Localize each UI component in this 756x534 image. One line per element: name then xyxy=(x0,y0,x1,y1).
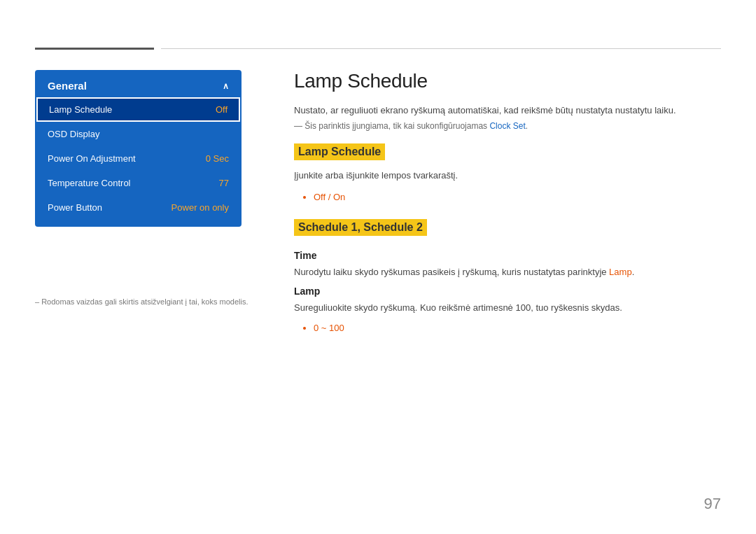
subsection-time-title: Time xyxy=(294,250,721,261)
sidebar-item-power-on-adjustment[interactable]: Power On Adjustment 0 Sec xyxy=(35,146,241,171)
sidebar-header: General ∧ xyxy=(35,70,241,97)
intro-note-prefix: — Šis parinktis įjungiama, tik kai sukon… xyxy=(294,121,489,131)
section2-bullets: 0 ~ 100 xyxy=(294,320,721,336)
sidebar-item-osd-display[interactable]: OSD Display xyxy=(35,122,241,146)
top-decorative-lines xyxy=(35,48,721,50)
subsection-time-body: Nurodytu laiku skydo ryškumas pasikeis į… xyxy=(294,265,721,280)
sidebar-title: General xyxy=(48,80,87,92)
sidebar-item-lamp-schedule[interactable]: Lamp Schedule Off xyxy=(36,97,240,122)
section1-highlight: Lamp Schedule xyxy=(294,143,385,160)
subsection-lamp-body: Sureguliuokite skydo ryškumą. Kuo reikšm… xyxy=(294,301,721,316)
section1-bullets: Off / On xyxy=(294,189,721,205)
sidebar-label-power-on: Power On Adjustment xyxy=(48,153,136,164)
subsection-lamp-title: Lamp xyxy=(294,286,721,297)
intro-paragraph: Nustato, ar reguliuoti ekrano ryškumą au… xyxy=(294,104,721,118)
sidebar-value-power-on: 0 Sec xyxy=(206,153,229,164)
page-number: 97 xyxy=(704,495,721,513)
time-body-text: Nurodytu laiku skydo ryškumas pasikeis į… xyxy=(294,267,609,277)
sidebar-value-lamp-schedule: Off xyxy=(216,104,227,115)
line-long xyxy=(161,48,721,49)
sidebar-label-lamp-schedule: Lamp Schedule xyxy=(49,104,112,115)
sidebar-note: – Rodomas vaizdas gali skirtis atsižvelg… xyxy=(35,297,248,306)
intro-note: — Šis parinktis įjungiama, tik kai sukon… xyxy=(294,121,721,131)
lamp-link[interactable]: Lamp xyxy=(609,267,632,277)
main-content: Lamp Schedule Nustato, ar reguliuoti ekr… xyxy=(294,70,721,350)
sidebar-note-text: – Rodomas vaizdas gali skirtis atsižvelg… xyxy=(35,297,248,306)
section2-highlight: Schedule 1, Schedule 2 xyxy=(294,219,427,236)
time-body-suffix: . xyxy=(632,267,635,277)
sidebar-value-power-btn: Power on only xyxy=(172,202,229,213)
chevron-up-icon: ∧ xyxy=(223,81,229,91)
section1-body: Įjunkite arba išjunkite lempos tvarkaraš… xyxy=(294,169,721,183)
bullet-off-on: Off / On xyxy=(314,189,721,205)
bullet-0-100: 0 ~ 100 xyxy=(314,320,721,336)
sidebar-label-temp: Temperature Control xyxy=(48,178,131,188)
sidebar-label-osd: OSD Display xyxy=(48,129,99,139)
sidebar-item-temperature-control[interactable]: Temperature Control 77 xyxy=(35,171,241,195)
page-title: Lamp Schedule xyxy=(294,70,721,92)
intro-note-suffix: . xyxy=(526,121,528,131)
sidebar-label-power-btn: Power Button xyxy=(48,202,102,213)
intro-text: Nustato, ar reguliuoti ekrano ryškumą au… xyxy=(294,105,676,115)
sidebar: General ∧ Lamp Schedule Off OSD Display … xyxy=(35,70,241,227)
sidebar-item-power-button[interactable]: Power Button Power on only xyxy=(35,195,241,220)
clock-set-link[interactable]: Clock Set xyxy=(489,121,525,131)
sidebar-value-temp: 77 xyxy=(219,178,229,188)
line-short xyxy=(35,48,154,50)
